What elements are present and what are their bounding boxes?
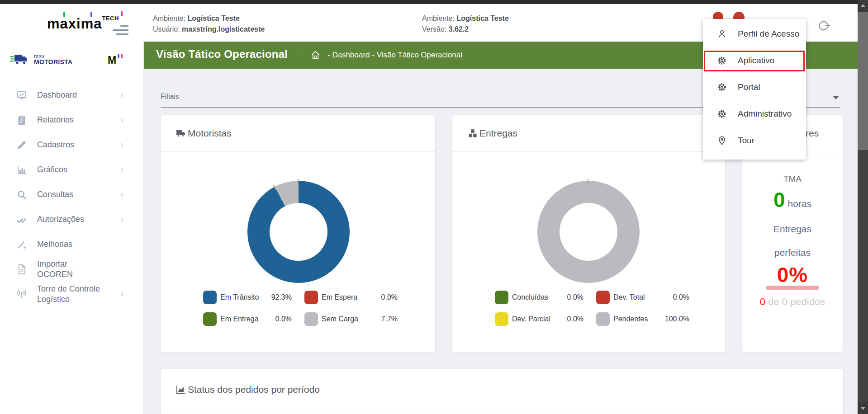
menu-item-aplicativo[interactable]: Aplicativo — [703, 47, 806, 74]
logo-pink-tick — [121, 11, 123, 16]
sidebar-item-label: Relatórios — [37, 115, 74, 125]
status-pedidos-card: Status dos pedidos por período — [161, 369, 843, 414]
gear-icon — [717, 109, 727, 119]
sidebar-item-melhorias[interactable]: Melhorias — [0, 232, 143, 257]
brand-name-text: MOTORISTA — [34, 59, 72, 65]
logo-green-tick — [63, 12, 65, 17]
mini-m-logo: M — [108, 54, 123, 66]
entregas-legend: Concluídas0.0%Dev. Total0.0%Dev. Parcial… — [452, 291, 725, 326]
logout-icon[interactable] — [818, 19, 830, 32]
sidebar-item-label: Importar OCOREN — [37, 259, 105, 280]
legend-value: 0.0% — [567, 293, 583, 301]
settings-dropdown-menu: Perfil de AcessoAplicativoPortalAdminist… — [703, 19, 806, 160]
clipboard-icon — [16, 115, 27, 126]
tma-value: 0 — [773, 188, 785, 212]
version-value: 3.62.2 — [449, 25, 469, 33]
sidebar-item-consultas[interactable]: Consultas — [0, 182, 143, 207]
breadcrumb: - Dashboard - Visão Tático Operacional — [327, 51, 462, 60]
gear-icon — [717, 82, 727, 92]
menu-item-portal[interactable]: Portal — [703, 74, 806, 100]
card-title: Entregas — [479, 128, 517, 139]
motoristas-legend: Em Trânsito92.3%Em Espera0.0%Em Entrega0… — [161, 291, 435, 326]
sidebar-item-dashboard[interactable]: Dashboard — [0, 83, 143, 108]
window-top-strip — [0, 0, 858, 4]
chevron-right-icon — [119, 92, 125, 99]
mini-logo-blue-tick — [118, 54, 119, 58]
legend-label: Dev. Parcial — [512, 315, 557, 323]
version-label: Versão: — [422, 25, 446, 33]
maxmotorista-logo: max MOTORISTA — [10, 52, 72, 66]
legend-label: Sem Carga — [322, 315, 369, 323]
version-info: Ambiente: Logística Teste Versão: 3.62.2 — [422, 13, 509, 35]
search-icon — [16, 189, 27, 200]
env-value: Logística Teste — [457, 14, 509, 22]
legend-label: Pendentes — [613, 315, 660, 323]
sidebar-item-label: Cadastros — [37, 140, 74, 150]
sidebar-item-gr-ficos[interactable]: Gráficos — [0, 157, 143, 182]
menu-item-tour[interactable]: Tour — [703, 127, 806, 154]
entregas-card-header: Entregas — [452, 115, 725, 152]
user-label: Usuário: — [153, 25, 180, 33]
card-title-fragment: res — [806, 128, 819, 139]
caret-down-icon[interactable] — [833, 96, 839, 99]
legend-value: 0.0% — [275, 315, 292, 323]
sidebar-item-torre-de-controle-log-stico[interactable]: Torre de Controle Logístico — [0, 282, 143, 306]
legend-swatch — [203, 312, 217, 326]
scrollbar-thumb[interactable] — [858, 12, 868, 150]
mini-logo-pink-tick — [121, 54, 123, 58]
sidebar-item-importar-ocoren[interactable]: Importar OCOREN — [0, 257, 143, 282]
bar-chart-icon — [16, 165, 27, 175]
chevron-right-icon — [119, 216, 125, 223]
entregas-perfeitas-line2: perfeitas — [742, 247, 843, 258]
menu-item-label: Perfil de Acesso — [738, 29, 799, 39]
legend-label: Dev. Total — [613, 293, 660, 301]
scrollbar[interactable] — [858, 0, 868, 414]
menu-item-administrativo[interactable]: Administrativo — [703, 100, 806, 127]
sidebar-item-cadastros[interactable]: Cadastros — [0, 132, 143, 157]
sidebar-item-label: Torre de Controle Logístico — [37, 284, 105, 305]
tma-value-row: 0horas — [742, 188, 843, 212]
area-chart-icon — [175, 384, 186, 395]
legend-value: 0.0% — [673, 293, 689, 301]
legend-label: Em Trânsito — [220, 293, 266, 301]
sidebar-item-autoriza-es[interactable]: Autorizações — [0, 207, 143, 232]
logo-sub-text: TECH — [102, 15, 119, 22]
entregas-perfeitas-line1: Entregas — [742, 224, 843, 235]
sidebar: max MOTORISTA M DashboardRelatóriosCadas… — [0, 42, 144, 414]
sidebar-item-label: Autorizações — [37, 214, 84, 225]
orders-footer: 0 de 0 pedidos — [742, 296, 843, 308]
hamburger-menu-icon[interactable] — [113, 25, 128, 35]
sidebar-item-relat-rios[interactable]: Relatórios — [0, 108, 143, 132]
filiais-select-label[interactable]: Filiais — [161, 93, 179, 101]
chevron-right-icon — [119, 192, 125, 198]
env-label: Ambiente: — [422, 14, 455, 22]
status-card-header: Status dos pedidos por período — [161, 369, 843, 410]
card-title: Motoristas — [188, 128, 232, 139]
entregas-card: Entregas Concluídas0.0%Dev. Total0.0%Dev… — [452, 115, 725, 353]
legend-value: 100.0% — [665, 315, 689, 323]
header-divider — [302, 47, 302, 63]
user-value: maxstring.logisticateste — [182, 25, 265, 33]
chevron-right-icon — [119, 167, 125, 173]
legend-swatch — [304, 312, 318, 326]
environment-info: Ambiente: Logística Teste Usuário: maxst… — [153, 13, 265, 35]
menu-item-perfil-de-acesso[interactable]: Perfil de Acesso — [703, 20, 806, 47]
scroll-up-button[interactable] — [858, 0, 868, 12]
app-window: maximaTECH Ambiente: Logística Teste Usu… — [0, 0, 868, 414]
scroll-down-button[interactable] — [858, 402, 868, 414]
home-icon[interactable] — [310, 50, 321, 60]
menu-item-label: Administrativo — [738, 109, 792, 119]
legend-label: Em Espera — [322, 293, 369, 301]
orders-total-text: de 0 pedidos — [765, 296, 825, 307]
sidebar-item-label: Melhorias — [37, 239, 72, 249]
entregas-donut-chart — [537, 181, 640, 283]
legend-swatch — [596, 312, 610, 326]
map-pin-icon — [717, 136, 727, 146]
menu-item-label: Aplicativo — [738, 56, 774, 66]
legend-swatch — [596, 291, 610, 304]
menu-item-label: Tour — [738, 136, 754, 146]
motoristas-card: Motoristas Em Trânsito92.3%Em Espera0.0%… — [161, 115, 435, 353]
legend-value: 0.0% — [567, 315, 583, 323]
truck-icon — [175, 128, 186, 139]
legend-value: 92.3% — [271, 293, 292, 301]
